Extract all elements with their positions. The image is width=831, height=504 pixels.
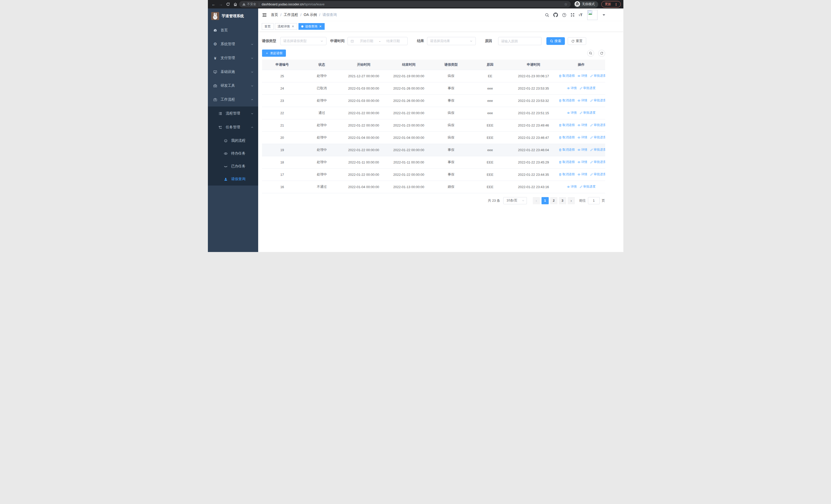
sidebar-collapse-icon[interactable]: [262, 13, 267, 17]
progress-link[interactable]: 审批进度: [579, 184, 596, 189]
breadcrumb-oa-example[interactable]: OA 示例: [304, 12, 317, 17]
sidebar-item-devtools[interactable]: 研发工具: [208, 79, 258, 93]
cell-reason: EEE: [470, 131, 510, 144]
update-button[interactable]: 更新 ⋮: [601, 1, 621, 7]
next-page-button[interactable]: ›: [568, 197, 575, 204]
sidebar-item-todo-tasks[interactable]: 待办任务: [208, 147, 258, 160]
cancel-leave-link[interactable]: 取消请假: [559, 148, 575, 152]
help-icon[interactable]: [562, 13, 566, 17]
cell-actions: 详情审批进度: [557, 181, 605, 193]
cancel-leave-link[interactable]: 取消请假: [559, 172, 575, 177]
prev-page-button[interactable]: ‹: [533, 197, 540, 204]
search-icon[interactable]: [545, 13, 549, 17]
progress-link[interactable]: 审批进度: [590, 98, 605, 102]
incognito-icon: [575, 1, 580, 7]
cell-type: 病假: [431, 131, 470, 144]
security-warning[interactable]: 不安全: [242, 2, 256, 6]
progress-link[interactable]: 审批进度: [579, 86, 596, 90]
detail-link[interactable]: 详情: [577, 73, 588, 78]
detail-link[interactable]: 详情: [577, 135, 588, 140]
detail-link[interactable]: 详情: [577, 160, 588, 164]
cancel-leave-link[interactable]: 取消请假: [559, 123, 575, 127]
detail-link[interactable]: 详情: [577, 98, 588, 102]
avatar[interactable]: [587, 10, 598, 20]
sidebar-item-label: 基础设施: [221, 69, 235, 74]
eye-icon: [577, 99, 580, 102]
back-icon[interactable]: ←: [210, 1, 217, 8]
cancel-leave-link[interactable]: 取消请假: [559, 160, 575, 164]
progress-link[interactable]: 审批进度: [579, 111, 596, 115]
sidebar-item-workflow[interactable]: 工作流程: [208, 93, 258, 107]
progress-link[interactable]: 审批进度: [590, 148, 605, 152]
detail-link[interactable]: 详情: [577, 172, 588, 177]
reset-button[interactable]: 重置: [568, 37, 586, 45]
progress-link[interactable]: 审批进度: [590, 172, 605, 177]
progress-link[interactable]: 审批进度: [590, 160, 605, 164]
cell-reason: EEE: [470, 119, 510, 131]
page-button-3[interactable]: 3: [559, 197, 566, 204]
sidebar-item-task-management[interactable]: 任务管理: [208, 120, 258, 134]
cancel-leave-link[interactable]: 取消请假: [559, 73, 575, 78]
cell-status: 处理中: [302, 94, 341, 107]
cancel-leave-link[interactable]: 取消请假: [559, 98, 575, 102]
table-row: 25处理中2021-12-27 00:00:002022-01-19 00:00…: [262, 70, 605, 82]
progress-link[interactable]: 审批进度: [590, 123, 605, 127]
tab-leave-query[interactable]: 请假查询 ✕: [298, 23, 325, 30]
sidebar-item-my-processes[interactable]: 我的流程: [208, 134, 258, 147]
refresh-table-icon[interactable]: [598, 50, 605, 57]
create-leave-button[interactable]: ＋ 发起请假: [262, 50, 286, 57]
address-bar[interactable]: 不安全 dashboard.yudao.iocoder.cn/bpm/oa/le…: [239, 1, 571, 7]
chevron-down-icon: [251, 112, 254, 115]
detail-link[interactable]: 详情: [567, 111, 577, 115]
sidebar-item-process-management[interactable]: 流程管理: [208, 107, 258, 120]
monitor-icon: [213, 70, 218, 74]
tab-process-detail[interactable]: 流程详情 ✕: [275, 23, 297, 30]
fullscreen-icon[interactable]: [571, 13, 575, 17]
page-button-2[interactable]: 2: [550, 197, 557, 204]
search-button[interactable]: 搜索: [546, 37, 565, 45]
close-icon[interactable]: ✕: [319, 25, 322, 28]
result-select[interactable]: 请选择流结果: [427, 37, 476, 45]
breadcrumb-workflow[interactable]: 工作流程: [284, 12, 298, 17]
start-date-input[interactable]: 开始日期: [355, 39, 378, 43]
cell-reason: eee: [470, 107, 510, 119]
apply-time-range-picker[interactable]: 开始日期 - 结束日期: [347, 37, 407, 45]
close-icon[interactable]: ✕: [292, 25, 294, 28]
sidebar-header: 芋道管理系统: [208, 8, 258, 23]
home-icon[interactable]: [232, 1, 239, 8]
goto-page-input[interactable]: [588, 197, 600, 204]
show-search-icon[interactable]: [587, 50, 594, 57]
sidebar-item-done-tasks[interactable]: 已办任务: [208, 160, 258, 173]
progress-link[interactable]: 审批进度: [590, 73, 605, 78]
cancel-leave-link[interactable]: 取消请假: [559, 135, 575, 140]
detail-link[interactable]: 详情: [567, 184, 577, 189]
sidebar-item-system[interactable]: ⚙ 系统管理: [208, 37, 258, 51]
github-icon[interactable]: [553, 12, 558, 17]
end-date-input[interactable]: 结束日期: [382, 39, 404, 43]
table-tools: [587, 50, 605, 57]
detail-link[interactable]: 详情: [577, 123, 588, 127]
page-size-select[interactable]: 10条/页: [503, 197, 527, 204]
sidebar-item-home[interactable]: 首页: [208, 23, 258, 37]
page-button-1[interactable]: 1: [542, 197, 549, 204]
reload-icon[interactable]: [225, 1, 231, 8]
forward-icon[interactable]: →: [218, 1, 224, 8]
face-icon: [224, 139, 228, 143]
progress-link[interactable]: 审批进度: [590, 135, 605, 140]
leave-type-select[interactable]: 请选择请假类型: [280, 37, 326, 45]
font-size-icon[interactable]: TT: [579, 13, 582, 17]
reason-input[interactable]: [498, 37, 542, 45]
bookmark-star-icon[interactable]: ☆: [564, 2, 567, 7]
detail-link[interactable]: 详情: [577, 148, 588, 152]
detail-link[interactable]: 详情: [567, 86, 577, 90]
chevron-down-icon: [470, 39, 473, 42]
tab-home[interactable]: 首页: [262, 23, 274, 30]
task-tree-icon: [219, 125, 223, 129]
cell-type: 事假: [431, 144, 470, 156]
sidebar-item-leave-query[interactable]: 请假查询: [208, 173, 258, 185]
sidebar-item-payment[interactable]: ¥ 支付管理: [208, 51, 258, 65]
chevron-down-icon[interactable]: [603, 14, 605, 17]
breadcrumb-home[interactable]: 首页: [271, 12, 278, 17]
kebab-menu-icon[interactable]: ⋮: [614, 2, 618, 6]
sidebar-item-infrastructure[interactable]: 基础设施: [208, 65, 258, 79]
